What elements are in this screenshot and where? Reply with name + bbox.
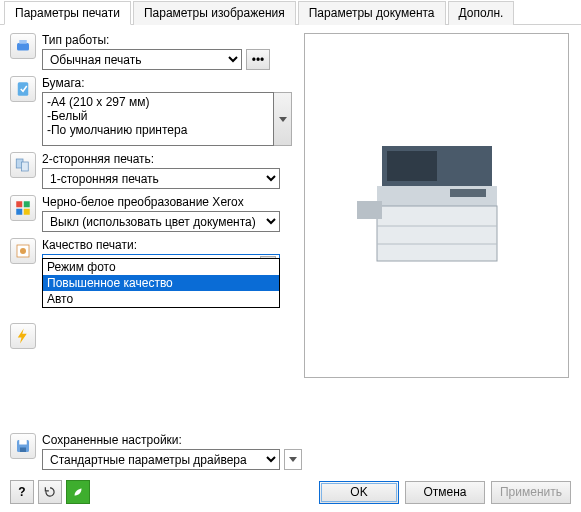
- bw-conversion-icon: [10, 195, 36, 221]
- svg-rect-2: [18, 82, 29, 96]
- svg-rect-5: [16, 201, 22, 207]
- svg-rect-8: [24, 209, 30, 215]
- tab-document[interactable]: Параметры документа: [298, 1, 446, 25]
- tab-print[interactable]: Параметры печати: [4, 1, 131, 25]
- duplex-icon: [10, 152, 36, 178]
- paper-line-color: -Белый: [47, 109, 269, 123]
- job-type-label: Тип работы:: [42, 33, 292, 47]
- job-type-icon: [10, 33, 36, 59]
- paper-line-tray: -По умолчанию принтера: [47, 123, 269, 137]
- help-icon: ?: [18, 485, 25, 499]
- tab-image[interactable]: Параметры изображения: [133, 1, 296, 25]
- svg-rect-14: [377, 206, 497, 261]
- svg-rect-17: [357, 201, 382, 219]
- svg-rect-4: [22, 162, 29, 171]
- saved-settings-icon: [10, 433, 36, 459]
- help-button[interactable]: ?: [10, 480, 34, 504]
- quality-option-photo[interactable]: Режим фото: [43, 259, 279, 275]
- saved-settings-label: Сохраненные настройки:: [42, 433, 571, 447]
- quality-option-auto[interactable]: Авто: [43, 291, 279, 307]
- eco-button[interactable]: [66, 480, 90, 504]
- cancel-button[interactable]: Отмена: [405, 481, 485, 504]
- svg-rect-7: [16, 209, 22, 215]
- svg-rect-12: [387, 151, 437, 181]
- paper-label: Бумага:: [42, 76, 292, 90]
- bw-select[interactable]: Выкл (использовать цвет документа): [42, 211, 280, 232]
- eco-icon: [71, 485, 85, 499]
- paper-dropdown-button[interactable]: [274, 92, 292, 146]
- svg-rect-21: [20, 448, 26, 453]
- tab-more[interactable]: Дополн.: [448, 1, 515, 25]
- duplex-label: 2-сторонняя печать:: [42, 152, 292, 166]
- duplex-select[interactable]: 1-сторонняя печать: [42, 168, 280, 189]
- presets-icon[interactable]: [10, 323, 36, 349]
- saved-settings-select[interactable]: Стандартные параметры драйвера: [42, 449, 280, 470]
- svg-rect-0: [17, 43, 29, 51]
- printer-preview: [304, 33, 569, 378]
- reset-icon: [43, 485, 57, 499]
- svg-point-10: [20, 248, 26, 254]
- quality-icon: [10, 238, 36, 264]
- reset-button[interactable]: [38, 480, 62, 504]
- saved-settings-menu-button[interactable]: [284, 449, 302, 470]
- ok-button[interactable]: OK: [319, 481, 399, 504]
- job-type-options-button[interactable]: •••: [246, 49, 270, 70]
- paper-line-size: -A4 (210 x 297 мм): [47, 95, 269, 109]
- paper-icon: [10, 76, 36, 102]
- svg-rect-18: [450, 189, 486, 197]
- svg-rect-6: [24, 201, 30, 207]
- bw-label: Черно-белое преобразование Xerox: [42, 195, 292, 209]
- job-type-select[interactable]: Обычная печать: [42, 49, 242, 70]
- paper-summary: -A4 (210 x 297 мм) -Белый -По умолчанию …: [42, 92, 274, 146]
- svg-rect-1: [19, 40, 27, 44]
- quality-label: Качество печати:: [42, 238, 292, 252]
- quality-dropdown: Режим фото Повышенное качество Авто: [42, 258, 280, 308]
- svg-rect-20: [19, 440, 27, 445]
- quality-option-enhanced[interactable]: Повышенное качество: [43, 275, 279, 291]
- apply-button[interactable]: Применить: [491, 481, 571, 504]
